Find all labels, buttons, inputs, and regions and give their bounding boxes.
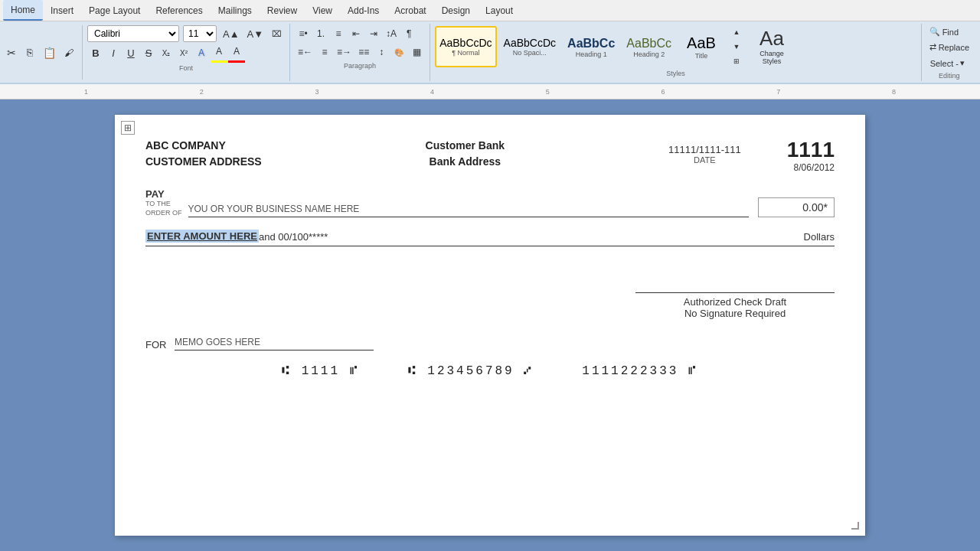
styles-scroll-up[interactable]: ▲ bbox=[728, 25, 745, 39]
table-move-handle[interactable]: ⊞ bbox=[121, 121, 135, 135]
style-normal-label: ¶ Normal bbox=[452, 49, 479, 57]
search-icon: 🔍 bbox=[929, 27, 940, 37]
check-number-section: 11111/1111-111 DATE 1111 8/06/2012 bbox=[668, 138, 835, 173]
menu-acrobat[interactable]: Acrobat bbox=[387, 0, 433, 21]
style-title-label: Title bbox=[695, 52, 708, 60]
align-left-button[interactable]: ≡← bbox=[295, 44, 315, 60]
replace-icon: ⇄ bbox=[929, 42, 936, 52]
ribbon: ✂ ⎘ 📋 🖌 Calibri 11 A▲ A▼ ⌧ bbox=[0, 21, 980, 84]
style-nospacing-label: No Spaci... bbox=[513, 49, 547, 57]
strikethrough-button[interactable]: S bbox=[140, 44, 157, 61]
menu-view[interactable]: View bbox=[305, 0, 340, 21]
change-styles-button[interactable]: Aa ChangeStyles bbox=[750, 25, 793, 68]
font-group: Calibri 11 A▲ A▼ ⌧ B I U S X₂ X² A bbox=[83, 24, 290, 81]
shading-button[interactable]: 🎨 bbox=[390, 44, 407, 60]
micr-line: ⑆ 1111 ⑈ ⑆ 123456789 ⑇ 1111222333 ⑈ bbox=[145, 363, 835, 378]
superscript-button[interactable]: X² bbox=[175, 44, 192, 61]
for-label: FOR bbox=[145, 339, 168, 350]
pay-label: PAY bbox=[145, 188, 173, 200]
subscript-button[interactable]: X₂ bbox=[158, 44, 175, 61]
decrease-indent-button[interactable]: ⇤ bbox=[348, 25, 364, 42]
style-title-button[interactable]: AaB Title bbox=[678, 26, 724, 67]
styles-expand[interactable]: ⊞ bbox=[728, 54, 745, 68]
increase-indent-button[interactable]: ⇥ bbox=[365, 25, 382, 42]
menu-design[interactable]: Design bbox=[434, 0, 478, 21]
authorized-sig-line bbox=[635, 292, 835, 293]
pay-label-group: PAY TO THEORDER OF bbox=[145, 188, 182, 217]
style-heading1-button[interactable]: AaBbCc Heading 1 bbox=[563, 26, 619, 67]
pay-section: PAY TO THEORDER OF YOU OR YOUR BUSINESS … bbox=[145, 188, 835, 217]
menu-references[interactable]: References bbox=[148, 0, 210, 21]
authorized-line1: Authorized Check Draft bbox=[635, 296, 835, 308]
editing-group: 🔍 Find ⇄ Replace Select - ▾ Editing bbox=[922, 24, 977, 81]
menubar: Home Insert Page Layout References Maili… bbox=[0, 0, 980, 21]
menu-mailings[interactable]: Mailings bbox=[211, 0, 260, 21]
style-normal-button[interactable]: AaBbCcDc ¶ Normal bbox=[435, 26, 496, 67]
select-label: Select - bbox=[930, 59, 959, 68]
menu-review[interactable]: Review bbox=[260, 0, 305, 21]
line-spacing-button[interactable]: ↕ bbox=[373, 44, 390, 60]
authorized-line2: No Signature Required bbox=[635, 308, 835, 319]
replace-button[interactable]: ⇄ Replace bbox=[926, 41, 972, 54]
decrease-font-button[interactable]: A▼ bbox=[244, 25, 267, 42]
style-h1-label: Heading 1 bbox=[576, 51, 607, 58]
menu-home[interactable]: Home bbox=[3, 0, 43, 21]
change-styles-icon: Aa bbox=[760, 28, 784, 50]
styles-group: AaBbCcDc ¶ Normal AaBbCcDc No Spaci... A… bbox=[430, 24, 922, 81]
memo-line: MEMO GOES HERE bbox=[175, 334, 374, 350]
find-label: Find bbox=[942, 28, 959, 37]
styles-scroll-down[interactable]: ▼ bbox=[728, 40, 745, 54]
show-formatting-button[interactable]: ¶ bbox=[400, 25, 417, 42]
font-family-select[interactable]: Calibri bbox=[87, 25, 179, 42]
text-effects-button[interactable]: A bbox=[193, 44, 210, 61]
select-button[interactable]: Select - ▾ bbox=[926, 56, 972, 70]
micr-part3: 1111222333 ⑈ bbox=[582, 364, 698, 378]
font-color-button[interactable]: A bbox=[228, 43, 245, 60]
app-window: Home Insert Page Layout References Maili… bbox=[0, 0, 980, 551]
payee-placeholder: YOU OR YOUR BUSINESS NAME HERE bbox=[188, 204, 360, 214]
copy-button[interactable]: ⎘ bbox=[21, 44, 38, 61]
numbering-button[interactable]: 1. bbox=[312, 25, 329, 42]
micr-part1: ⑆ 1111 ⑈ bbox=[282, 364, 360, 378]
amount-text-highlighted: ENTER AMOUNT HERE bbox=[145, 230, 259, 243]
find-button[interactable]: 🔍 Find bbox=[926, 25, 972, 38]
amount-box[interactable]: 0.00* bbox=[758, 197, 835, 217]
check-spacer bbox=[145, 262, 835, 292]
menu-layout[interactable]: Layout bbox=[478, 0, 521, 21]
clear-format-button[interactable]: ⌧ bbox=[268, 25, 285, 42]
highlight-button[interactable]: A bbox=[211, 43, 227, 60]
signature-section: Authorized Check Draft No Signature Requ… bbox=[145, 292, 835, 319]
font-size-select[interactable]: 11 bbox=[183, 25, 217, 42]
dollars-label: Dollars bbox=[804, 231, 835, 243]
paragraph-group: ≡• 1. ≡ ⇤ ⇥ ↕A ¶ ≡← ≡ ≡→ ≡≡ ↕ 🎨 ▦ bbox=[290, 24, 430, 81]
multilevel-button[interactable]: ≡ bbox=[330, 25, 347, 42]
style-heading2-button[interactable]: AaBbCc Heading 2 bbox=[622, 26, 676, 67]
sort-button[interactable]: ↕A bbox=[383, 25, 400, 42]
style-h1-preview: AaBbCc bbox=[567, 36, 615, 51]
increase-font-button[interactable]: A▲ bbox=[220, 25, 243, 42]
style-h2-preview: AaBbCc bbox=[626, 36, 671, 51]
menu-addins[interactable]: Add-Ins bbox=[340, 0, 387, 21]
cut-button[interactable]: ✂ bbox=[3, 44, 20, 61]
menu-insert[interactable]: Insert bbox=[43, 0, 81, 21]
format-painter-button[interactable]: 🖌 bbox=[60, 44, 77, 61]
style-nospacing-preview: AaBbCcDc bbox=[504, 37, 556, 50]
bold-button[interactable]: B bbox=[87, 44, 104, 61]
underline-button[interactable]: U bbox=[122, 44, 139, 61]
menu-page-layout[interactable]: Page Layout bbox=[81, 0, 148, 21]
styles-group-label: Styles bbox=[435, 70, 916, 77]
quick-access-toolbar: ✂ ⎘ 📋 🖌 bbox=[3, 24, 77, 81]
pay-row: PAY TO THEORDER OF YOU OR YOUR BUSINESS … bbox=[145, 188, 835, 217]
style-nospacing-button[interactable]: AaBbCcDc No Spaci... bbox=[499, 26, 560, 67]
align-right-button[interactable]: ≡→ bbox=[334, 44, 354, 60]
bullets-button[interactable]: ≡• bbox=[295, 25, 312, 42]
justify-button[interactable]: ≡≡ bbox=[355, 44, 372, 60]
company-name: ABC COMPANY bbox=[145, 138, 262, 154]
borders-button[interactable]: ▦ bbox=[408, 44, 425, 60]
align-center-button[interactable]: ≡ bbox=[316, 44, 333, 60]
italic-button[interactable]: I bbox=[105, 44, 122, 61]
resize-handle[interactable] bbox=[851, 522, 859, 530]
paste-button[interactable]: 📋 bbox=[40, 44, 59, 61]
amount-text-section: ENTER AMOUNT HERE and 00/100***** Dollar… bbox=[145, 230, 835, 246]
change-styles-label: ChangeStyles bbox=[760, 50, 784, 67]
